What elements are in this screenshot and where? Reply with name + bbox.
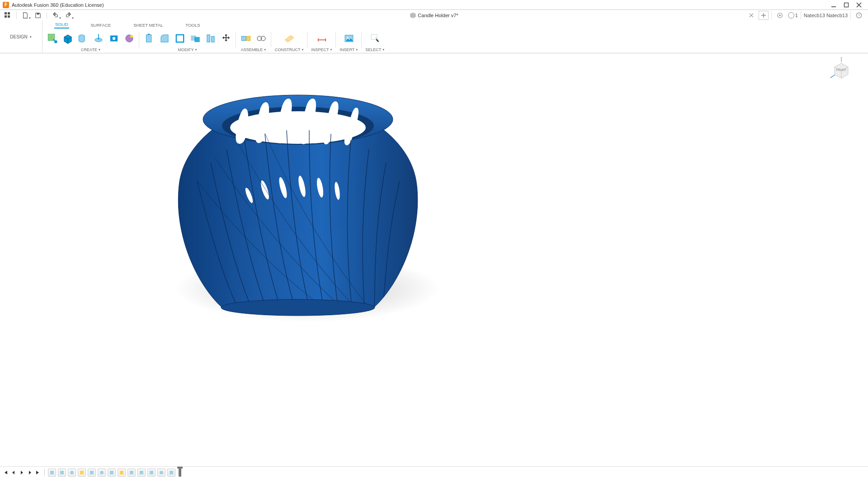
svg-rect-6 — [5, 15, 7, 18]
svg-rect-7 — [8, 15, 10, 18]
help-button[interactable]: ? — [854, 11, 864, 20]
group-label: INSERT — [340, 47, 354, 52]
new-component-icon[interactable] — [240, 32, 252, 45]
svg-rect-30 — [207, 35, 210, 42]
svg-point-59 — [100, 471, 104, 474]
close-document-button[interactable] — [747, 11, 756, 20]
redo-button[interactable]: ▼ — [63, 11, 73, 20]
timeline-feature[interactable] — [108, 469, 116, 477]
extrude-icon[interactable] — [77, 32, 90, 45]
new-design-button[interactable] — [759, 11, 769, 20]
press-pull-icon[interactable] — [143, 32, 156, 45]
group-assemble: ASSEMBLE▼ — [236, 28, 271, 54]
quick-access-toolbar: ▼ ▼ ▼ Candle Holder v7* 1 — [0, 10, 868, 21]
ribbon-toolbar: DESIGN▼ SOLID SURFACE SHEET METAL TOOLS … — [0, 21, 868, 53]
group-select: SELECT▼ — [362, 28, 388, 54]
timeline-feature[interactable] — [78, 469, 86, 477]
timeline-feature[interactable] — [167, 469, 175, 477]
group-label: ASSEMBLE — [241, 47, 263, 52]
group-label: CREATE — [81, 47, 97, 52]
sketch-icon[interactable] — [46, 32, 59, 45]
plane-icon[interactable] — [283, 32, 296, 45]
save-button[interactable] — [33, 11, 43, 20]
separator — [850, 11, 851, 19]
svg-point-40 — [347, 37, 348, 38]
timeline-end-button[interactable] — [34, 469, 42, 476]
viewport-3d[interactable]: FRONT — [0, 53, 868, 466]
group-modify: MODIFY▼ — [139, 28, 236, 54]
group-label: CONSTRUCT — [275, 47, 301, 52]
ribbon-tabs: SOLID SURFACE SHEET METAL TOOLS — [42, 21, 868, 28]
maximize-button[interactable] — [840, 0, 853, 9]
svg-rect-62 — [130, 471, 133, 474]
view-cube[interactable]: FRONT — [828, 56, 854, 82]
timeline-step-back-button[interactable] — [10, 469, 17, 476]
timeline-play-button[interactable] — [18, 469, 25, 476]
group-create: CREATE▼ — [42, 28, 139, 54]
timeline-feature[interactable] — [127, 469, 136, 477]
file-menu-button[interactable]: ▼ — [20, 11, 30, 20]
timeline-feature[interactable] — [68, 469, 76, 477]
svg-point-51 — [221, 299, 375, 316]
revolve-icon[interactable] — [92, 32, 105, 45]
window-title-bar: F Autodesk Fusion 360 (Education License… — [0, 0, 868, 10]
tab-tools[interactable]: TOOLS — [185, 22, 201, 28]
separator — [771, 11, 772, 19]
timeline-feature[interactable] — [137, 469, 146, 477]
timeline-feature[interactable] — [118, 469, 126, 477]
document-tab[interactable]: Candle Holder v7* — [410, 12, 458, 19]
window-title: Autodesk Fusion 360 (Education License) — [12, 2, 827, 8]
viewcube-face-label: FRONT — [836, 68, 847, 71]
extensions-button[interactable] — [774, 11, 785, 20]
timeline-start-button[interactable] — [2, 469, 9, 476]
svg-rect-8 — [37, 13, 39, 15]
form-icon[interactable] — [123, 32, 136, 45]
timeline-feature[interactable] — [147, 469, 156, 477]
svg-rect-27 — [176, 35, 184, 42]
candle-holder-model[interactable] — [170, 90, 426, 317]
document-title: Candle Holder v7* — [418, 13, 458, 18]
hole-icon[interactable] — [108, 32, 120, 45]
svg-point-25 — [130, 35, 133, 38]
workspace-switcher[interactable]: DESIGN▼ — [0, 21, 42, 53]
svg-rect-31 — [212, 36, 215, 42]
measure-icon[interactable] — [316, 32, 328, 45]
timeline-feature[interactable] — [98, 469, 106, 477]
svg-rect-32 — [241, 36, 246, 41]
combine-icon[interactable] — [189, 32, 202, 45]
minimize-button[interactable] — [827, 0, 840, 9]
fillet-icon[interactable] — [158, 32, 171, 45]
data-panel-button[interactable] — [3, 11, 13, 20]
document-icon — [410, 12, 416, 19]
notifications-button[interactable]: 1 — [788, 12, 798, 19]
workspace-label: DESIGN — [10, 34, 27, 39]
timeline-marker[interactable] — [179, 469, 181, 477]
timeline-step-forward-button[interactable] — [26, 469, 33, 476]
close-window-button[interactable] — [853, 0, 865, 9]
tab-solid[interactable]: SOLID — [54, 21, 69, 28]
timeline-feature[interactable] — [157, 469, 165, 477]
svg-rect-58 — [90, 471, 94, 474]
select-icon[interactable] — [369, 32, 382, 45]
timeline-feature[interactable] — [88, 469, 96, 477]
svg-rect-66 — [170, 471, 173, 474]
tab-sheet-metal[interactable]: SHEET METAL — [132, 22, 164, 28]
insert-image-icon[interactable] — [343, 32, 355, 45]
group-label: INSPECT — [311, 47, 329, 52]
svg-rect-1 — [844, 3, 849, 7]
svg-point-23 — [113, 37, 116, 40]
svg-point-56 — [70, 471, 74, 474]
tab-surface[interactable]: SURFACE — [90, 22, 112, 28]
box-icon[interactable] — [61, 32, 74, 45]
move-icon[interactable] — [220, 32, 232, 45]
shell-icon[interactable] — [174, 32, 186, 45]
timeline-feature[interactable] — [58, 469, 66, 477]
align-icon[interactable] — [204, 32, 217, 45]
svg-rect-5 — [8, 12, 10, 14]
svg-rect-54 — [50, 471, 54, 474]
svg-rect-64 — [150, 471, 153, 474]
joint-icon[interactable] — [255, 32, 268, 45]
user-account[interactable]: Natecb13 Natecb13 — [804, 13, 848, 18]
timeline-feature[interactable] — [48, 469, 56, 477]
undo-button[interactable]: ▼ — [51, 11, 61, 20]
